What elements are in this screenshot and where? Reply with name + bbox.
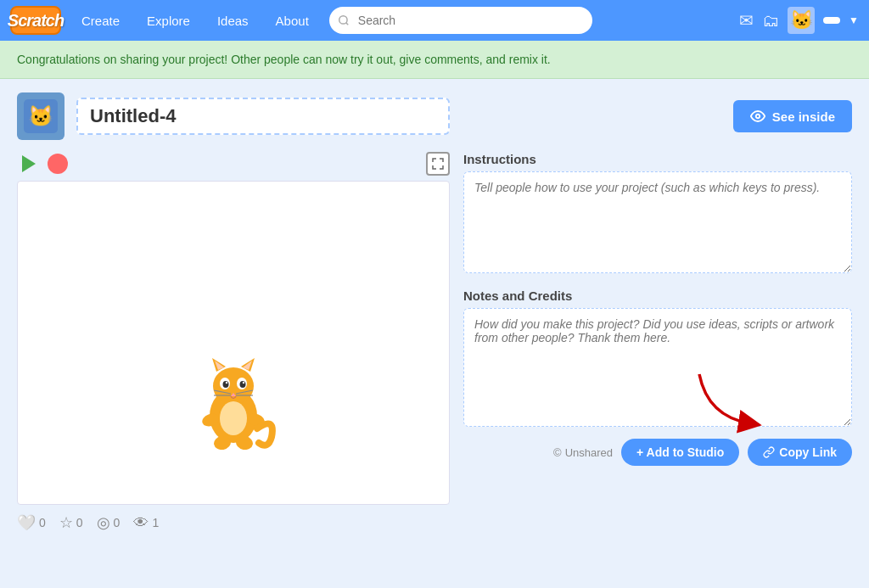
avatar-cat-icon: 🐱 xyxy=(790,9,813,31)
remix-icon: ◎ xyxy=(97,513,110,532)
project-avatar-icon: 🐱 xyxy=(24,99,58,133)
copyright-icon: © xyxy=(553,446,562,459)
star-icon: ☆ xyxy=(59,513,73,532)
project-title-input[interactable] xyxy=(76,98,450,135)
link-icon xyxy=(763,446,775,458)
add-studio-label: + Add to Studio xyxy=(636,445,724,459)
dropdown-arrow-icon[interactable]: ▼ xyxy=(849,14,859,26)
fullscreen-icon xyxy=(432,158,444,170)
svg-marker-3 xyxy=(22,155,36,172)
main-content: 🐱 See inside xyxy=(0,79,869,546)
svg-point-13 xyxy=(240,381,246,388)
remixes-stat: ◎ 0 xyxy=(97,513,121,532)
stage xyxy=(17,181,450,505)
remixes-count: 0 xyxy=(114,516,121,529)
see-inside-button[interactable]: See inside xyxy=(733,100,852,132)
nav-explore[interactable]: Explore xyxy=(135,8,202,33)
navbar: Scratch Create Explore Ideas About ✉ 🗂 🐱… xyxy=(0,0,869,41)
loves-count: 0 xyxy=(39,516,46,529)
svg-point-2 xyxy=(756,115,760,119)
project-left: 🤍 0 ☆ 0 ◎ 0 👁 1 xyxy=(17,152,450,532)
unshared-text: Unshared xyxy=(565,446,613,459)
avatar[interactable]: 🐱 xyxy=(788,7,815,34)
loves-stat: 🤍 0 xyxy=(17,513,46,532)
folder-icon[interactable]: 🗂 xyxy=(762,11,779,31)
svg-point-25 xyxy=(220,401,247,435)
stop-button[interactable] xyxy=(48,154,68,174)
love-icon: 🤍 xyxy=(17,513,36,532)
banner-text: Congratulations on sharing your project!… xyxy=(17,53,551,66)
svg-text:🐱: 🐱 xyxy=(28,104,53,128)
copy-link-button[interactable]: Copy Link xyxy=(748,439,852,466)
add-to-studio-button[interactable]: + Add to Studio xyxy=(621,439,739,466)
scratch-cat xyxy=(187,348,280,453)
green-flag-button[interactable] xyxy=(17,152,41,176)
username-box[interactable] xyxy=(823,17,840,24)
svg-point-5 xyxy=(213,367,254,405)
favorites-count: 0 xyxy=(76,516,83,529)
bottom-bar: © Unshared + Add to Studio Copy Link xyxy=(463,439,852,469)
controls-row xyxy=(17,152,450,176)
nav-create[interactable]: Create xyxy=(70,8,132,33)
notes-label: Notes and Credits xyxy=(463,288,852,303)
views-icon: 👁 xyxy=(133,514,149,532)
messages-icon[interactable]: ✉ xyxy=(739,10,754,31)
see-inside-icon xyxy=(750,109,765,124)
nav-right: ✉ 🗂 🐱 ▼ xyxy=(739,7,859,34)
instructions-label: Instructions xyxy=(463,152,852,166)
views-count: 1 xyxy=(152,516,159,529)
svg-point-12 xyxy=(223,381,229,388)
project-header: 🐱 See inside xyxy=(17,92,852,140)
copy-link-label: Copy Link xyxy=(779,445,837,459)
svg-point-15 xyxy=(243,382,244,384)
notes-input[interactable] xyxy=(463,308,852,427)
fullscreen-button[interactable] xyxy=(426,152,450,176)
project-area: 🤍 0 ☆ 0 ◎ 0 👁 1 Instructions xyxy=(17,152,852,532)
nav-ideas[interactable]: Ideas xyxy=(205,8,261,33)
instructions-input[interactable] xyxy=(463,171,852,273)
views-stat: 👁 1 xyxy=(133,514,159,532)
search-input[interactable] xyxy=(329,7,592,34)
share-banner: Congratulations on sharing your project!… xyxy=(0,41,869,79)
project-avatar: 🐱 xyxy=(17,92,64,140)
nav-links: Create Explore Ideas About xyxy=(70,8,321,33)
svg-point-14 xyxy=(226,382,227,384)
project-right: Instructions Notes and Credits © xyxy=(463,152,852,469)
scratch-logo[interactable]: Scratch xyxy=(10,6,61,35)
favorites-stat: ☆ 0 xyxy=(59,513,83,532)
nav-about[interactable]: About xyxy=(264,8,321,33)
stats-row: 🤍 0 ☆ 0 ◎ 0 👁 1 xyxy=(17,513,450,532)
unshared-label: © Unshared xyxy=(553,446,613,459)
